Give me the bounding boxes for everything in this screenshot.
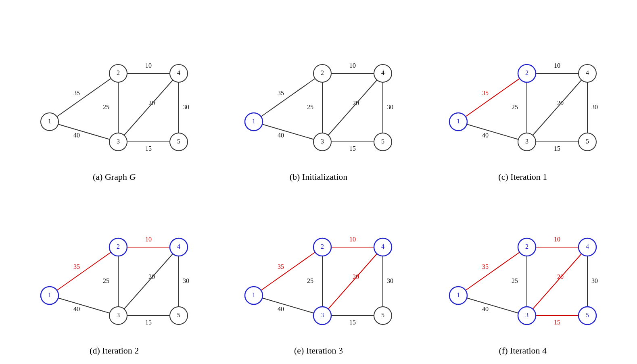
weight-3-5: 15	[554, 145, 560, 152]
edge-3-4	[322, 247, 383, 316]
graph-label-f: (f) Iteration 4	[499, 345, 547, 356]
node-label-3: 3	[321, 312, 324, 318]
graph-label-c: (c) Iteration 1	[498, 172, 547, 182]
weight-1-2: 35	[482, 89, 489, 96]
graph-cell-a: 3540251020153012345(a) Graph G	[16, 12, 212, 182]
node-label-5: 5	[177, 312, 180, 318]
graph-label-d: (d) Iteration 2	[90, 345, 139, 356]
edge-1-3	[458, 295, 527, 316]
node-label-3: 3	[525, 137, 528, 144]
weight-2-3: 25	[512, 103, 518, 110]
edge-1-2	[254, 247, 322, 295]
weight-2-4: 10	[554, 62, 560, 69]
edge-1-2	[458, 73, 527, 122]
graph-svg-f: 3540251020153012345	[426, 207, 620, 344]
node-label-4: 4	[177, 69, 180, 76]
weight-4-5: 30	[387, 103, 393, 110]
weight-2-3: 25	[103, 103, 109, 110]
weight-1-2: 35	[73, 89, 80, 96]
edge-3-4	[527, 73, 587, 142]
weight-3-5: 15	[145, 319, 152, 326]
graph-cell-f: 3540251020153012345(f) Iteration 4	[425, 186, 621, 356]
node-label-2: 2	[117, 69, 120, 76]
weight-3-5: 15	[554, 319, 560, 326]
node-label-2: 2	[525, 243, 528, 250]
weight-1-3: 40	[73, 306, 80, 312]
node-label-2: 2	[525, 69, 528, 76]
weight-2-3: 25	[103, 277, 109, 284]
node-label-3: 3	[321, 137, 324, 144]
edge-1-2	[458, 247, 527, 295]
weight-3-4: 20	[148, 273, 155, 280]
weight-3-4: 20	[557, 273, 564, 280]
edge-1-3	[254, 122, 322, 142]
weight-1-2: 35	[278, 263, 284, 270]
weight-4-5: 30	[387, 277, 393, 284]
node-label-4: 4	[381, 243, 384, 250]
node-label-3: 3	[525, 312, 528, 318]
node-label-4: 4	[381, 69, 384, 76]
weight-4-5: 30	[591, 277, 598, 284]
graph-label-a: (a) Graph G	[93, 172, 136, 182]
graph-cell-b: 3540251020153012345(b) Initialization	[220, 12, 416, 182]
weight-2-3: 25	[512, 277, 518, 284]
weight-3-4: 20	[148, 99, 155, 106]
weight-2-3: 25	[307, 277, 313, 284]
edge-3-4	[322, 73, 383, 142]
weight-2-4: 10	[145, 62, 152, 69]
weight-1-2: 35	[482, 263, 489, 270]
graph-cell-d: 3540251020153012345(d) Iteration 2	[16, 186, 212, 356]
edge-1-3	[458, 122, 527, 142]
graph-cell-e: 3540251020153012345(e) Iteration 3	[220, 186, 416, 356]
edge-1-3	[254, 295, 322, 316]
weight-3-4: 20	[557, 99, 564, 106]
weight-2-4: 10	[349, 236, 356, 243]
weight-3-4: 20	[353, 273, 359, 280]
weight-4-5: 30	[183, 103, 189, 110]
weight-2-3: 25	[307, 103, 313, 110]
weight-3-5: 15	[349, 145, 356, 152]
weight-3-5: 15	[145, 145, 152, 152]
edge-1-2	[50, 247, 118, 295]
weight-3-4: 20	[353, 99, 359, 106]
main-container: 3540251020153012345(a) Graph G3540251020…	[0, 0, 637, 364]
node-label-5: 5	[586, 312, 589, 318]
node-label-4: 4	[586, 69, 589, 76]
weight-1-3: 40	[482, 131, 489, 138]
node-label-5: 5	[381, 137, 384, 144]
weight-1-3: 40	[482, 306, 489, 312]
edge-3-4	[527, 247, 587, 316]
graph-svg-a: 3540251020153012345	[17, 33, 211, 170]
graph-cell-c: 3540251020153012345(c) Iteration 1	[425, 12, 621, 182]
weight-4-5: 30	[591, 103, 598, 110]
node-label-1: 1	[457, 291, 460, 298]
graph-svg-c: 3540251020153012345	[426, 33, 620, 170]
weight-1-3: 40	[73, 131, 80, 138]
edge-1-3	[50, 122, 118, 142]
weight-1-3: 40	[278, 306, 284, 312]
weight-2-4: 10	[349, 62, 356, 69]
node-label-4: 4	[177, 243, 180, 250]
node-label-3: 3	[117, 137, 120, 144]
node-label-1: 1	[457, 117, 460, 124]
node-label-1: 1	[48, 117, 51, 124]
graph-svg-b: 3540251020153012345	[221, 33, 415, 170]
weight-2-4: 10	[554, 236, 560, 243]
node-label-2: 2	[321, 69, 324, 76]
node-label-1: 1	[252, 117, 255, 124]
node-label-5: 5	[586, 137, 589, 144]
graph-svg-d: 3540251020153012345	[17, 207, 211, 344]
edge-3-4	[118, 247, 179, 316]
graph-label-b: (b) Initialization	[290, 172, 348, 182]
node-label-5: 5	[381, 312, 384, 318]
node-label-5: 5	[177, 137, 180, 144]
weight-1-2: 35	[278, 89, 284, 96]
graph-svg-e: 3540251020153012345	[221, 207, 415, 344]
weight-1-2: 35	[73, 263, 80, 270]
node-label-1: 1	[252, 291, 255, 298]
weight-2-4: 10	[145, 236, 152, 243]
edge-1-3	[50, 295, 118, 316]
node-label-2: 2	[321, 243, 324, 250]
weight-4-5: 30	[183, 277, 189, 284]
weight-1-3: 40	[278, 131, 284, 138]
